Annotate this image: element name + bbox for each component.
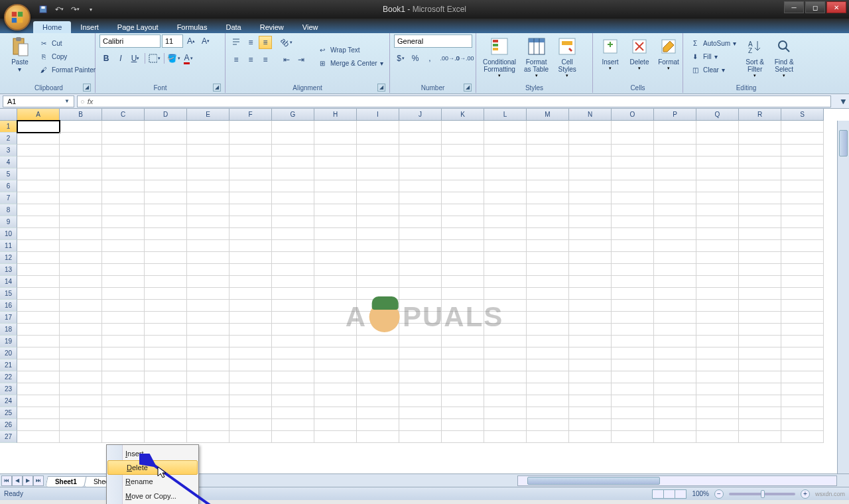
alignment-launcher[interactable]: ◢: [377, 84, 385, 92]
cell[interactable]: [187, 133, 229, 145]
bold-button[interactable]: B: [99, 52, 113, 65]
cell[interactable]: [781, 121, 824, 133]
cell[interactable]: [357, 121, 399, 133]
cell[interactable]: [527, 288, 569, 300]
cell[interactable]: [442, 347, 484, 359]
cell[interactable]: [612, 383, 654, 395]
cell[interactable]: [739, 157, 781, 168]
cell[interactable]: [612, 276, 654, 288]
column-header[interactable]: H: [314, 109, 357, 121]
cell[interactable]: [314, 157, 357, 168]
cell[interactable]: [102, 240, 145, 252]
cell[interactable]: [102, 395, 145, 407]
cell[interactable]: [60, 347, 102, 359]
cell[interactable]: [17, 228, 60, 240]
align-bottom[interactable]: ≡: [259, 36, 272, 49]
cell[interactable]: [145, 240, 187, 252]
cell[interactable]: [145, 336, 187, 347]
cell[interactable]: [696, 180, 739, 192]
cell[interactable]: [187, 121, 229, 133]
number-launcher[interactable]: ◢: [464, 84, 472, 92]
cell[interactable]: [102, 300, 145, 312]
cell[interactable]: [229, 324, 272, 336]
cell[interactable]: [527, 347, 569, 359]
sheet-first[interactable]: ⏮: [1, 475, 12, 486]
cell[interactable]: [17, 216, 60, 228]
column-header[interactable]: C: [102, 109, 145, 121]
redo-button[interactable]: ↷▾: [69, 3, 81, 15]
cell[interactable]: [442, 419, 484, 431]
cell[interactable]: [654, 347, 696, 359]
cell[interactable]: [357, 192, 399, 204]
column-header[interactable]: M: [527, 109, 569, 121]
cell[interactable]: [781, 145, 824, 157]
tab-page-layout[interactable]: Page Layout: [108, 21, 168, 33]
cell[interactable]: [17, 252, 60, 264]
cell[interactable]: [17, 180, 60, 192]
menu-insert[interactable]: Insert...: [107, 446, 198, 461]
cell[interactable]: [781, 216, 824, 228]
cell[interactable]: [187, 312, 229, 324]
row-header[interactable]: 4: [0, 157, 17, 168]
cell[interactable]: [781, 240, 824, 252]
cell[interactable]: [612, 228, 654, 240]
border-button[interactable]: [148, 52, 161, 65]
cell[interactable]: [399, 145, 442, 157]
vscroll-thumb[interactable]: [839, 130, 848, 157]
cell[interactable]: [569, 216, 612, 228]
cell[interactable]: [781, 288, 824, 300]
cell[interactable]: [145, 324, 187, 336]
cell[interactable]: [314, 216, 357, 228]
cell[interactable]: [739, 168, 781, 180]
cell[interactable]: [569, 180, 612, 192]
select-all-corner[interactable]: [0, 109, 17, 121]
cell[interactable]: [696, 312, 739, 324]
cell[interactable]: [60, 252, 102, 264]
cell[interactable]: [187, 383, 229, 395]
row-header[interactable]: 9: [0, 216, 17, 228]
row-header[interactable]: 6: [0, 180, 17, 192]
cell[interactable]: [696, 324, 739, 336]
qat-customize[interactable]: ▾: [85, 3, 97, 15]
cell[interactable]: [527, 419, 569, 431]
column-header[interactable]: K: [442, 109, 484, 121]
cell[interactable]: [781, 276, 824, 288]
cell[interactable]: [357, 431, 399, 443]
cell[interactable]: [60, 431, 102, 443]
cell[interactable]: [17, 168, 60, 180]
cell[interactable]: [229, 168, 272, 180]
cell[interactable]: [696, 204, 739, 216]
cell[interactable]: [612, 240, 654, 252]
cell[interactable]: [187, 407, 229, 419]
cell[interactable]: [102, 419, 145, 431]
cell[interactable]: [229, 383, 272, 395]
cell[interactable]: [654, 431, 696, 443]
cell[interactable]: [654, 252, 696, 264]
cell[interactable]: [399, 312, 442, 324]
cell[interactable]: [781, 359, 824, 371]
row-header[interactable]: 19: [0, 336, 17, 347]
cell[interactable]: [272, 168, 314, 180]
cell[interactable]: [102, 157, 145, 168]
shrink-font-button[interactable]: A▾: [199, 34, 212, 48]
cell[interactable]: [145, 288, 187, 300]
column-header[interactable]: D: [145, 109, 187, 121]
cell[interactable]: [102, 168, 145, 180]
cell[interactable]: [654, 264, 696, 276]
cell[interactable]: [569, 347, 612, 359]
italic-button[interactable]: I: [114, 52, 127, 65]
cell[interactable]: [145, 228, 187, 240]
cell[interactable]: [781, 133, 824, 145]
row-header[interactable]: 14: [0, 276, 17, 288]
cell[interactable]: [17, 288, 60, 300]
cell[interactable]: [696, 336, 739, 347]
cell[interactable]: [399, 276, 442, 288]
cell[interactable]: [654, 276, 696, 288]
cell[interactable]: [229, 359, 272, 371]
fill-color-button[interactable]: 🪣: [167, 52, 180, 65]
cell[interactable]: [229, 347, 272, 359]
cell[interactable]: [696, 276, 739, 288]
cell[interactable]: [357, 204, 399, 216]
cell[interactable]: [654, 371, 696, 383]
cell[interactable]: [17, 276, 60, 288]
